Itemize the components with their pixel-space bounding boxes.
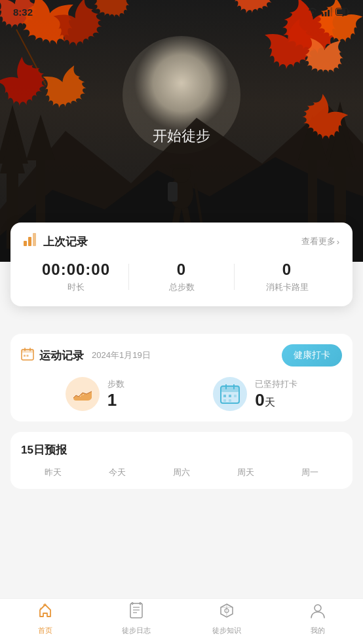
svg-marker-12: [0, 105, 28, 164]
svg-rect-49: [229, 399, 231, 402]
stat-calories-value: 0: [282, 260, 292, 279]
nav-profile-label: 我的: [311, 626, 325, 635]
nav-home[interactable]: 首页: [0, 602, 91, 635]
svg-rect-24: [168, 182, 178, 202]
svg-rect-48: [223, 399, 226, 402]
chevron-right-icon: ›: [337, 237, 339, 247]
wifi-icon: [307, 7, 318, 16]
svg-rect-3: [331, 7, 333, 16]
svg-point-8: [123, 36, 240, 154]
nav-knowledge-label: 徒步知识: [212, 626, 241, 635]
svg-marker-15: [26, 115, 55, 160]
exercise-title-group: 运动记录 2024年1月19日: [21, 348, 151, 364]
nav-diary-label: 徒步日志: [122, 626, 151, 635]
view-more-text: 查看更多: [301, 236, 335, 247]
svg-rect-37: [24, 355, 26, 357]
svg-marker-17: [324, 101, 356, 160]
svg-rect-5: [337, 9, 345, 14]
svg-rect-46: [229, 395, 231, 397]
svg-rect-47: [234, 395, 237, 397]
knowledge-icon: [218, 602, 235, 623]
record-card-title: 上次记录: [43, 234, 88, 249]
checkin-value: 0天: [255, 390, 297, 410]
exercise-calendar-icon: [21, 348, 34, 364]
bottom-navigation: 首页 徒步日志 徒步知识: [0, 598, 363, 644]
stat-steps-label: 总步数: [169, 281, 195, 293]
svg-rect-38: [27, 355, 29, 357]
svg-marker-13: [0, 124, 25, 173]
svg-marker-18: [328, 121, 353, 167]
forecast-day-2: 周六: [149, 467, 214, 478]
stat-duration-value: 00:00:00: [42, 260, 110, 279]
steps-label: 步数: [107, 378, 124, 390]
view-more-link[interactable]: 查看更多 ›: [301, 236, 339, 247]
signal-icon: [322, 7, 332, 16]
svg-text:开始徒步: 开始徒步: [153, 128, 210, 144]
forecast-day-label-0: 昨天: [45, 467, 62, 478]
svg-rect-34: [22, 349, 33, 353]
svg-rect-32: [33, 233, 36, 246]
forecast-day-1: 今天: [85, 467, 149, 478]
steps-stat-info: 步数 1: [107, 378, 124, 410]
home-icon: [37, 602, 54, 623]
nav-profile[interactable]: 我的: [273, 602, 364, 635]
forecast-day-label-3: 周天: [237, 467, 254, 478]
record-card-header: 上次记录 查看更多 ›: [24, 233, 339, 250]
svg-rect-2: [328, 10, 330, 16]
steps-stat: 步数 1: [66, 377, 124, 411]
svg-rect-1: [325, 12, 327, 16]
nav-knowledge[interactable]: 徒步知识: [182, 602, 273, 635]
exercise-title: 运动记录: [39, 348, 84, 363]
exercise-date: 2024年1月19日: [92, 349, 151, 361]
stat-steps-value: 0: [177, 260, 186, 279]
checkin-calendar-icon: [220, 384, 240, 404]
stat-duration-label: 时长: [67, 281, 85, 293]
svg-marker-20: [298, 115, 327, 160]
nav-home-label: 首页: [38, 626, 52, 635]
bar-chart-icon: [24, 233, 38, 250]
nav-diary[interactable]: 徒步日志: [91, 602, 182, 635]
forecast-section: 15日预报 昨天 今天 周六 周天 周一: [10, 432, 353, 489]
shoe-icon: [72, 386, 93, 402]
forecast-day-0: 昨天: [21, 467, 85, 478]
main-content: 运动记录 2024年1月19日 健康打卡 步数: [0, 334, 363, 598]
svg-rect-45: [223, 395, 226, 397]
stat-duration: 00:00:00 时长: [24, 260, 128, 293]
svg-line-25: [195, 183, 202, 226]
profile-icon: [309, 602, 326, 623]
svg-rect-50: [130, 603, 142, 618]
checkin-icon-circle: [213, 377, 247, 411]
checkin-label: 已坚持打卡: [255, 378, 297, 390]
svg-line-28: [16, 29, 46, 85]
stat-calories-label: 消耗卡路里: [266, 281, 309, 293]
record-title-group: 上次记录: [24, 233, 88, 250]
forecast-day-label-2: 周六: [173, 467, 190, 478]
diary-icon: [128, 602, 145, 623]
forecast-title: 15日预报: [21, 442, 342, 457]
svg-point-23: [170, 164, 193, 169]
svg-rect-42: [221, 386, 239, 392]
exercise-section-header: 运动记录 2024年1月19日 健康打卡: [21, 344, 342, 367]
steps-value: 1: [107, 390, 124, 410]
forecast-days-list: 昨天 今天 周六 周天 周一: [21, 467, 342, 478]
checkin-stat-info: 已坚持打卡 0天: [255, 378, 297, 410]
svg-point-22: [172, 164, 191, 183]
checkin-stat: 已坚持打卡 0天: [213, 377, 297, 411]
forecast-day-label-1: 今天: [109, 467, 126, 478]
forecast-day-4: 周一: [278, 467, 342, 478]
status-bar: 8:32: [0, 0, 363, 24]
status-icons: [307, 7, 350, 16]
stat-calories: 0 消耗卡路里: [235, 260, 339, 293]
record-stats: 00:00:00 时长 0 总步数 0 消耗卡路里: [24, 260, 339, 293]
shoe-icon-circle: [66, 377, 100, 411]
forecast-day-3: 周天: [214, 467, 278, 478]
svg-point-21: [170, 177, 193, 209]
exercise-stats: 步数 1: [21, 377, 342, 411]
svg-point-58: [315, 605, 321, 611]
forecast-day-label-4: 周一: [301, 467, 318, 478]
svg-rect-30: [24, 241, 27, 246]
exercise-section: 运动记录 2024年1月19日 健康打卡 步数: [10, 334, 353, 421]
stat-steps: 0 总步数: [129, 260, 234, 293]
checkin-button[interactable]: 健康打卡: [282, 344, 342, 367]
svg-rect-31: [28, 237, 31, 246]
